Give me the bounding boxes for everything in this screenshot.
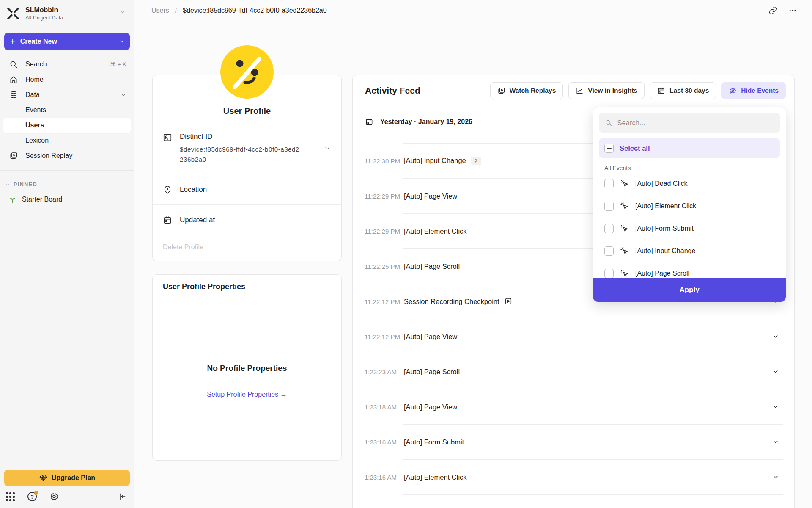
chevron-down-icon — [772, 474, 779, 480]
home-icon — [9, 75, 19, 84]
chevron-down-icon — [772, 368, 779, 375]
location-label: Location — [180, 185, 207, 194]
updated-at-label: Updated at — [180, 216, 215, 224]
copy-link-button[interactable] — [769, 6, 777, 15]
sidebar-item-users[interactable]: Users — [3, 118, 131, 133]
event-time: 11:22:25 PM — [365, 262, 400, 270]
dropdown-search[interactable] — [599, 113, 780, 133]
event-time: 11:22:12 PM — [365, 333, 400, 340]
feed-row[interactable]: 11:22:12 PM [Auto] Page View — [353, 319, 794, 354]
link-icon — [769, 6, 777, 15]
sidebar-item-label: Search — [25, 61, 47, 68]
create-new-button[interactable]: + Create New — [4, 33, 130, 50]
feed-date-header: Yesterday · January 19, 2026 — [380, 118, 472, 126]
event-time: 11:22:29 PM — [365, 192, 400, 199]
chevron-down-icon — [772, 439, 779, 445]
event-time: 11:22:12 PM — [365, 298, 400, 305]
view-in-insights-button[interactable]: View in Insights — [568, 82, 645, 99]
profile-properties-card: User Profile Properties No Profile Prope… — [152, 274, 342, 461]
help-button[interactable]: ? — [27, 492, 37, 501]
feed-row[interactable]: 1:23:18 AM [Auto] Page View — [353, 389, 794, 424]
collapse-left-icon — [118, 492, 126, 501]
feed-row[interactable]: 1:23:16 AM [Auto] Form Submit — [353, 424, 794, 459]
plus-icon: + — [10, 37, 15, 46]
gear-icon — [49, 492, 59, 501]
event-label: Session Recording Checkpoint — [404, 297, 499, 305]
hide-events-label: Hide Events — [741, 87, 779, 94]
auto-event-cursor-icon — [620, 224, 629, 233]
location-pin-icon — [163, 185, 172, 194]
indeterminate-dash-icon — [607, 148, 612, 149]
upgrade-plan-label: Upgrade Plan — [52, 474, 95, 482]
option-checkbox[interactable] — [604, 246, 614, 256]
workspace-name: SLMobbin — [25, 6, 63, 14]
dropdown-option[interactable]: [Auto] Dead Click — [593, 172, 786, 195]
workspace-project: All Project Data — [25, 14, 63, 21]
chevron-down-icon — [121, 92, 126, 98]
dropdown-search-input[interactable] — [617, 119, 774, 127]
sidebar-item-home[interactable]: Home — [3, 72, 131, 87]
pinned-section-header[interactable]: PINNED — [0, 171, 134, 191]
sidebar-item-starter-board[interactable]: Starter Board — [3, 192, 131, 207]
chevron-down-icon — [5, 182, 10, 187]
apps-grid-icon[interactable] — [6, 492, 15, 501]
session-replay-icon — [9, 152, 19, 160]
pinned-label: PINNED — [14, 182, 37, 188]
gem-icon — [39, 474, 47, 482]
sidebar-item-label: Session Replay — [25, 152, 72, 160]
option-label: [Auto] Element Click — [635, 202, 696, 210]
profile-card-title: User Profile — [223, 106, 271, 116]
delete-profile-button[interactable]: Delete Profile — [153, 235, 341, 259]
feed-row[interactable]: 1:23:23 AM [Auto] Page Scroll — [353, 354, 794, 389]
collapse-sidebar-button[interactable] — [118, 492, 126, 501]
apply-button[interactable]: Apply — [593, 278, 786, 302]
upgrade-plan-button[interactable]: Upgrade Plan — [4, 470, 130, 486]
sidebar-item-data[interactable]: Data — [3, 87, 131, 102]
play-recording-icon[interactable] — [505, 298, 512, 305]
setup-properties-link[interactable]: Setup Profile Properties → — [207, 391, 287, 398]
option-checkbox[interactable] — [604, 224, 614, 233]
chevron-down-icon — [324, 146, 330, 152]
no-properties-title: No Profile Properties — [153, 364, 341, 373]
option-checkbox[interactable] — [604, 269, 614, 278]
calendar-icon — [163, 215, 172, 225]
dropdown-option[interactable]: [Auto] Input Change — [593, 240, 786, 262]
chevron-down-icon — [772, 333, 779, 340]
distinct-id-label: Distinct ID — [180, 133, 300, 141]
dropdown-option[interactable]: [Auto] Element Click — [593, 195, 786, 217]
feed-row[interactable]: 1:23:14 AM [Auto] Input Change2 — [353, 494, 794, 508]
select-all-row[interactable]: Select all — [599, 138, 780, 158]
eye-off-icon — [729, 87, 737, 95]
watch-replays-button[interactable]: Watch Replays — [490, 82, 563, 99]
select-all-checkbox[interactable] — [604, 144, 614, 153]
breadcrumb-separator: / — [175, 7, 177, 14]
distinct-id-expand-button[interactable] — [324, 146, 330, 152]
event-label: [Auto] Page Scroll — [404, 262, 460, 270]
option-label: [Auto] Page Scroll — [635, 270, 689, 277]
location-row: Location — [153, 174, 341, 205]
search-icon — [605, 119, 612, 127]
sidebar: SLMobbin All Project Data + Create New S… — [0, 0, 134, 508]
breadcrumb-users[interactable]: Users — [151, 7, 169, 14]
date-range-button[interactable]: Last 30 days — [650, 82, 716, 99]
more-actions-button[interactable] — [788, 6, 797, 15]
calendar-icon — [657, 87, 665, 95]
sidebar-item-events[interactable]: Events — [3, 102, 131, 118]
event-label: [Auto] Input Change — [404, 157, 466, 165]
workspace-switcher[interactable]: SLMobbin All Project Data — [0, 0, 134, 25]
sidebar-item-session-replay[interactable]: Session Replay — [3, 148, 131, 163]
feed-row[interactable]: 1:23:16 AM [Auto] Element Click — [353, 459, 794, 494]
sidebar-item-search[interactable]: Search ⌘ + K — [3, 57, 131, 72]
settings-button[interactable] — [49, 492, 59, 501]
create-new-label: Create New — [20, 38, 57, 45]
distinct-id-section: Distinct ID $device:f85dc969-ffdf-4cc2-b… — [153, 123, 341, 174]
dropdown-option[interactable]: [Auto] Form Submit — [593, 217, 786, 240]
sidebar-item-label: Users — [25, 121, 44, 129]
hide-events-button[interactable]: Hide Events — [721, 82, 786, 99]
chevron-down-icon — [119, 39, 125, 44]
sidebar-item-lexicon[interactable]: Lexicon — [3, 133, 131, 148]
calendar-icon — [365, 118, 373, 126]
user-avatar — [220, 45, 274, 99]
option-checkbox[interactable] — [604, 202, 614, 211]
option-checkbox[interactable] — [604, 179, 614, 188]
